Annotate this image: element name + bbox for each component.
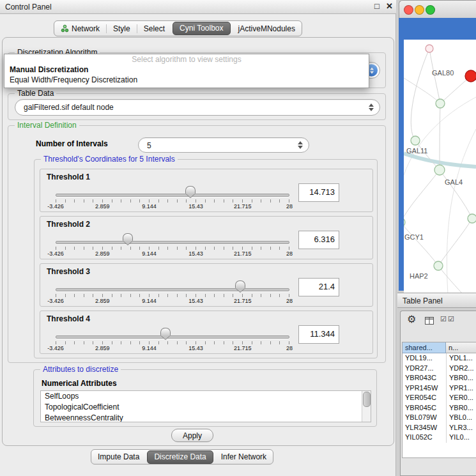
zoom-traffic-light-icon[interactable]: [426, 5, 435, 15]
node-label: GAL4: [445, 178, 463, 186]
node-table: shared... n... YDL19...YDL1... YDR27...Y…: [402, 342, 476, 458]
tab-select[interactable]: Select: [137, 22, 171, 36]
interval-definition-group: Interval Definition Number of Intervals …: [8, 125, 386, 363]
scale-label: 21.715: [234, 250, 252, 257]
combobox-stepper-icon[interactable]: [366, 102, 376, 113]
cell[interactable]: YBR0...: [446, 373, 476, 383]
network-node[interactable]: [468, 214, 476, 223]
table-row[interactable]: YER054CYER0...: [403, 393, 476, 403]
scale-label: 21.715: [234, 203, 252, 210]
numerical-attributes-list: SelfLoops TopologicalCoefficient Between…: [40, 390, 371, 422]
threshold-3-slider[interactable]: [56, 280, 289, 292]
threshold-1-value-field[interactable]: 14.713: [298, 183, 339, 202]
scale-label: 9.144: [142, 203, 157, 210]
apply-button[interactable]: Apply: [171, 429, 213, 442]
dropdown-option-manual-discretization[interactable]: Manual Discretization: [10, 65, 88, 74]
table-row[interactable]: YDR27...YDR2...: [403, 364, 476, 374]
table-panel-title: Table Panel: [403, 293, 443, 309]
scale-label: 9.144: [142, 250, 157, 257]
cell[interactable]: YER054C: [403, 393, 446, 403]
column-header-shared-name[interactable]: shared...: [403, 342, 446, 353]
checkbox-icon[interactable]: ☑: [448, 315, 454, 323]
slider-thumb[interactable]: [185, 186, 196, 194]
list-item[interactable]: SelfLoops: [41, 391, 371, 402]
scale-label: 15.43: [188, 298, 203, 304]
cell[interactable]: YPR1...: [446, 383, 476, 394]
cell[interactable]: YPR145W: [403, 383, 446, 394]
cell[interactable]: YBR0...: [446, 403, 476, 413]
tab-discretize-data[interactable]: Discretize Data: [147, 450, 213, 464]
tab-jactivemnodules[interactable]: jActiveMNodules: [232, 22, 302, 36]
cell[interactable]: YBR043C: [403, 373, 446, 383]
cell[interactable]: YIL0...: [446, 433, 476, 443]
network-node[interactable]: [411, 136, 420, 145]
slider-track[interactable]: [56, 194, 289, 197]
close-traffic-light-icon[interactable]: [404, 5, 413, 15]
table-row[interactable]: YLR345WYLR3...: [403, 423, 476, 433]
list-item[interactable]: BetweennessCentrality: [41, 413, 371, 422]
table-row[interactable]: YBL079WYBL0...: [403, 413, 476, 423]
table-row[interactable]: YBR045CYBR0...: [403, 403, 476, 413]
threshold-1-slider[interactable]: [56, 186, 289, 197]
table-data-combobox[interactable]: galFiltered.sif default node: [15, 99, 380, 116]
tab-cyni-toolbox[interactable]: Cyni Toolbox: [173, 22, 230, 35]
cell[interactable]: YIL052C: [403, 433, 446, 443]
combobox-stepper-icon[interactable]: [295, 139, 305, 151]
threshold-4-slider[interactable]: [56, 328, 289, 339]
scale-label: 21.715: [234, 298, 252, 304]
dropdown-placeholder: Select algorithm to view settings: [4, 55, 369, 64]
dropdown-option-equal-width-frequency[interactable]: Equal Width/Frequency Discretization: [10, 75, 137, 84]
slider-track[interactable]: [56, 335, 289, 339]
scale-label: 21.715: [234, 345, 252, 351]
network-node[interactable]: [434, 165, 445, 175]
threshold-2-value-field[interactable]: 6.316: [298, 231, 339, 249]
network-node[interactable]: [404, 218, 405, 227]
cell[interactable]: YDL19...: [403, 353, 446, 364]
network-node-selected[interactable]: [465, 70, 476, 82]
tab-impute-data[interactable]: Impute Data: [91, 450, 146, 464]
cell[interactable]: YDR27...: [403, 364, 446, 374]
network-edge: [440, 76, 471, 104]
network-canvas[interactable]: GAL80 GAL11 GAL4 GCY1 HAP2: [404, 40, 476, 303]
threshold-3-value-field[interactable]: 21.4: [298, 278, 339, 296]
slider-track[interactable]: [56, 241, 289, 244]
tab-network[interactable]: Network: [54, 22, 106, 36]
tab-infer-network[interactable]: Infer Network: [215, 450, 273, 464]
minimize-traffic-light-icon[interactable]: [415, 5, 424, 15]
cell[interactable]: YLR345W: [403, 423, 446, 433]
cell[interactable]: YBL079W: [403, 413, 446, 423]
cell[interactable]: YER0...: [446, 393, 476, 403]
close-window-icon[interactable]: ✕: [386, 1, 393, 11]
cell[interactable]: YDL1...: [446, 353, 476, 364]
scale-label: 15.43: [188, 345, 203, 351]
table-data-selected-value: galFiltered.sif default node: [24, 100, 114, 115]
slider-track[interactable]: [56, 288, 289, 291]
list-scrollbar[interactable]: [362, 391, 371, 422]
number-of-intervals-combobox[interactable]: 5: [138, 137, 309, 153]
restore-window-icon[interactable]: □: [374, 1, 380, 11]
columns-icon[interactable]: [425, 316, 434, 327]
cell[interactable]: YDR2...: [446, 364, 476, 374]
table-row[interactable]: YIL052CYIL0...: [403, 433, 476, 443]
cell[interactable]: YBR045C: [403, 403, 446, 413]
list-item[interactable]: TopologicalCoefficient: [41, 402, 371, 413]
network-node[interactable]: [434, 261, 443, 270]
slider-thumb[interactable]: [235, 280, 245, 288]
network-node[interactable]: [426, 45, 433, 52]
cell[interactable]: YBL0...: [446, 413, 476, 423]
network-node[interactable]: [436, 99, 445, 108]
threshold-2-slider[interactable]: [56, 233, 289, 245]
table-row[interactable]: YBR043CYBR0...: [403, 373, 476, 383]
table-row[interactable]: YDL19...YDL1...: [403, 353, 476, 364]
tab-style[interactable]: Style: [107, 22, 137, 36]
slider-thumb[interactable]: [123, 233, 133, 241]
slider-thumb[interactable]: [160, 328, 171, 335]
cell[interactable]: YLR3...: [446, 423, 476, 433]
column-header-name[interactable]: n...: [446, 342, 476, 353]
checkbox-icon[interactable]: ☑: [440, 315, 447, 323]
threshold-4-value-field[interactable]: 11.344: [298, 325, 339, 344]
table-row[interactable]: YPR145WYPR1...: [403, 383, 476, 394]
scrollbar-thumb[interactable]: [363, 392, 371, 407]
gear-icon[interactable]: ⚙: [407, 313, 416, 325]
scale-label: 2.859: [95, 298, 110, 304]
